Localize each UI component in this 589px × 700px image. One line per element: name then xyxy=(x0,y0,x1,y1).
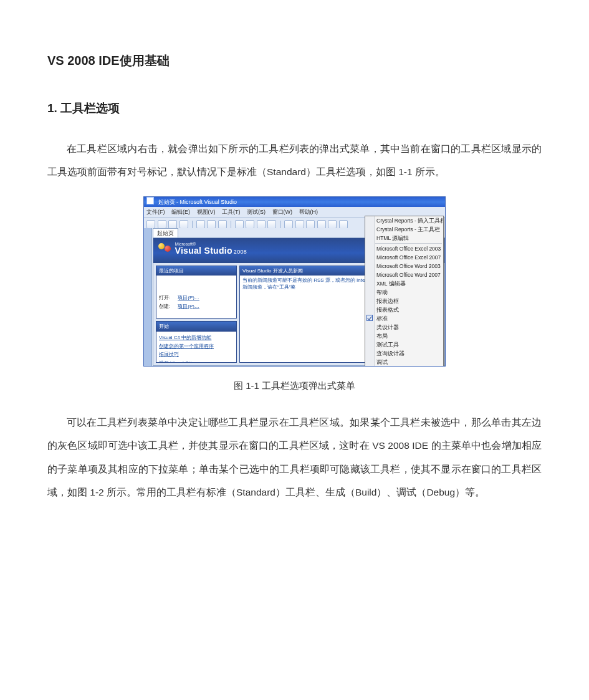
context-menu-item-label: 调试 xyxy=(376,359,388,365)
figure-1-1: 起始页 - Microsoft Visual Studio 文件(F) 编辑(E… xyxy=(47,196,542,394)
app-icon xyxy=(146,197,154,204)
context-menu-item[interactable]: Microsoft Office Word 2003 xyxy=(365,262,443,271)
menu-help[interactable]: 帮助(H) xyxy=(299,208,318,217)
toolbar-button[interactable] xyxy=(267,220,276,229)
start-link[interactable]: 拓展技巧 xyxy=(159,350,234,359)
toolbar-button[interactable] xyxy=(180,220,188,229)
context-menu-item[interactable]: Microsoft Office Excel 2007 xyxy=(365,253,443,262)
context-menu-item[interactable]: HTML 源编辑 xyxy=(365,234,443,242)
brand-microsoft: Microsoft® xyxy=(175,242,247,246)
context-menu-item-label: 测试工具 xyxy=(376,342,399,348)
panel-recent-projects: 最近的项目 打开: 项目(P)… 创建: 项目(P)… xyxy=(156,266,237,319)
context-menu-item-label: 报表格式 xyxy=(376,307,399,313)
context-menu-item[interactable]: 测试工具 xyxy=(365,340,443,349)
context-menu-item-label: 布局 xyxy=(376,333,388,339)
toolbar-button[interactable] xyxy=(246,220,254,229)
panel-header: 开始 xyxy=(156,322,236,332)
context-menu-item[interactable]: Crystal Reports - 主工具栏 xyxy=(365,225,443,234)
toolbar-button[interactable] xyxy=(196,220,205,229)
context-menu-item[interactable]: 布局 xyxy=(365,332,443,340)
context-menu-item[interactable]: 报表边框 xyxy=(365,297,443,305)
toolbar-button[interactable] xyxy=(168,220,177,229)
context-menu-item-label: Crystal Reports - 插入工具栏 xyxy=(376,218,443,224)
context-menu-item-label: HTML 源编辑 xyxy=(376,235,409,241)
window-titlebar: 起始页 - Microsoft Visual Studio xyxy=(144,197,445,207)
context-menu-item[interactable]: 调试 xyxy=(365,358,443,367)
context-menu-item[interactable]: 帮助 xyxy=(365,288,443,297)
create-project-link[interactable]: 项目(P)… xyxy=(178,302,199,311)
toolbar-separator xyxy=(192,221,193,228)
context-menu-item-label: 报表边框 xyxy=(376,298,399,304)
context-menu-item[interactable]: XML 编辑器 xyxy=(365,279,443,288)
menu-tools[interactable]: 工具(T) xyxy=(222,208,241,217)
menu-edit[interactable]: 编辑(E) xyxy=(171,208,190,217)
toolbar-button[interactable] xyxy=(295,220,304,229)
toolbar-button[interactable] xyxy=(284,220,293,229)
start-link[interactable]: 学习 Visual C# xyxy=(159,359,234,363)
menu-window[interactable]: 窗口(W) xyxy=(272,208,293,217)
start-left-column: 最近的项目 打开: 项目(P)… 创建: 项目(P)… xyxy=(156,266,237,363)
toolbar-button[interactable] xyxy=(158,220,166,229)
paragraph-1: 在工具栏区域内右击，就会弹出如下所示的工具栏列表的弹出式菜单，其中当前在窗口的工… xyxy=(47,137,542,183)
toolbar-button[interactable] xyxy=(218,220,227,229)
open-label: 打开: xyxy=(159,294,170,302)
context-menu-item-label: Microsoft Office Excel 2003 xyxy=(376,246,441,252)
menu-view[interactable]: 视图(V) xyxy=(197,208,216,217)
left-dock-tab[interactable] xyxy=(144,228,152,366)
vs2008-window: 起始页 - Microsoft Visual Studio 文件(F) 编辑(E… xyxy=(143,196,446,367)
context-menu-item[interactable]: Microsoft Office Word 2007 xyxy=(365,271,443,279)
check-icon xyxy=(366,315,373,321)
window-title-text: 起始页 - Microsoft Visual Studio xyxy=(158,199,237,205)
figure-caption-1-1: 图 1-1 工具栏选项弹出式菜单 xyxy=(47,378,542,394)
context-menu-item-label: 标准 xyxy=(376,315,388,322)
brand-visual-studio: Visual Studio xyxy=(175,246,232,256)
toolbar-separator xyxy=(231,221,231,228)
toolbar-button[interactable] xyxy=(207,220,216,229)
context-menu-item[interactable]: 标准 xyxy=(365,314,443,323)
context-menu-item-label: 类设计器 xyxy=(376,324,399,330)
context-menu-item-label: Microsoft Office Word 2007 xyxy=(376,272,441,278)
panel-body: Visual C# 中的新增功能 创建您的第一个应用程序 拓展技巧 学习 Vis… xyxy=(156,332,236,363)
document-title: VS 2008 IDE使用基础 xyxy=(47,50,542,71)
context-menu-item-label: 帮助 xyxy=(376,289,388,295)
paragraph-2: 可以在工具栏列表菜单中决定让哪些工具栏显示在工具栏区域。如果某个工具栏未被选中，… xyxy=(47,411,542,504)
brand-year: 2008 xyxy=(234,249,247,255)
toolbar-button[interactable] xyxy=(235,220,244,229)
menu-file[interactable]: 文件(F) xyxy=(146,208,165,217)
toolbar-context-menu[interactable]: Crystal Reports - 插入工具栏Crystal Reports -… xyxy=(365,216,444,367)
panel-header: 最近的项目 xyxy=(156,266,236,276)
panel-getting-started: 开始 Visual C# 中的新增功能 创建您的第一个应用程序 拓展技巧 学习 … xyxy=(156,321,237,362)
context-menu-item[interactable]: 类设计器 xyxy=(365,323,443,332)
toolbar-button[interactable] xyxy=(317,220,326,229)
toolbar-button[interactable] xyxy=(328,220,337,229)
start-link[interactable]: Visual C# 中的新增功能 xyxy=(159,333,234,342)
toolbar-button[interactable] xyxy=(339,220,348,229)
menu-test[interactable]: 测试(S) xyxy=(247,208,266,217)
create-label: 创建: xyxy=(159,302,170,311)
toolbar-button[interactable] xyxy=(146,220,155,229)
context-menu-item-label: Microsoft Office Word 2003 xyxy=(376,263,441,269)
vs-logo-icon xyxy=(158,242,171,254)
toolbar-separator xyxy=(280,221,281,228)
toolbar-button[interactable] xyxy=(257,220,266,229)
context-menu-item[interactable]: Crystal Reports - 插入工具栏 xyxy=(365,216,443,225)
context-menu-item-label: Microsoft Office Excel 2007 xyxy=(376,254,441,261)
start-link[interactable]: 创建您的第一个应用程序 xyxy=(159,342,234,351)
section-heading: 1. 工具栏选项 xyxy=(47,98,542,118)
context-menu-item[interactable]: 查询设计器 xyxy=(365,349,443,358)
context-menu-item-label: 查询设计器 xyxy=(376,350,405,357)
context-menu-item-label: XML 编辑器 xyxy=(376,280,406,287)
open-project-link[interactable]: 项目(P)… xyxy=(178,294,199,302)
vs-logo-text: Microsoft® Visual Studio2008 xyxy=(175,242,247,255)
toolbar-button[interactable] xyxy=(306,220,315,229)
start-page-tab[interactable]: 起始页 xyxy=(153,228,178,237)
context-menu-item-label: Crystal Reports - 主工具栏 xyxy=(376,226,440,233)
vs-logo: Microsoft® Visual Studio2008 xyxy=(158,242,247,255)
context-menu-item[interactable]: Microsoft Office Excel 2003 xyxy=(365,244,443,253)
context-menu-item[interactable]: 报表格式 xyxy=(365,305,443,314)
panel-body: 打开: 项目(P)… 创建: 项目(P)… xyxy=(156,276,236,318)
context-menu-separator xyxy=(375,243,442,244)
